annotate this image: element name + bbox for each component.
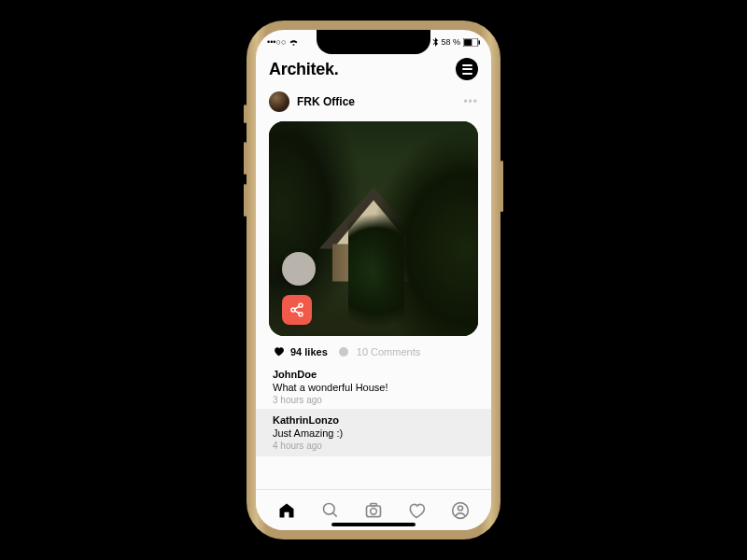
home-indicator[interactable] xyxy=(331,523,416,526)
svg-point-14 xyxy=(458,506,462,511)
likes-count[interactable]: 94 likes xyxy=(290,346,328,357)
menu-icon xyxy=(462,64,472,66)
comment-item[interactable]: KathrinLonzo Just Amazing :) 4 hours ago xyxy=(256,409,491,456)
tab-likes[interactable] xyxy=(407,501,426,520)
volume-up xyxy=(244,142,247,175)
svg-line-7 xyxy=(295,311,300,314)
camera-icon xyxy=(364,501,383,520)
comment-time: 4 hours ago xyxy=(273,441,474,451)
mute-switch xyxy=(244,105,247,123)
notch xyxy=(317,30,430,54)
svg-line-9 xyxy=(332,512,336,516)
wifi-icon xyxy=(289,38,299,46)
comment-text: What a wonderful House! xyxy=(273,382,474,393)
svg-rect-12 xyxy=(371,503,377,506)
profile-icon xyxy=(451,501,470,520)
comment-username: JohnDoe xyxy=(273,369,474,380)
tab-search[interactable] xyxy=(321,501,340,520)
post-username[interactable]: FRK Office xyxy=(297,95,355,108)
tab-bar xyxy=(256,489,491,530)
comment-item[interactable]: JohnDoe What a wonderful House! 3 hours … xyxy=(256,365,491,409)
tab-profile[interactable] xyxy=(451,501,470,520)
engagement-row: 94 likes 10 Comments xyxy=(256,343,491,365)
heart-outline-icon xyxy=(407,501,426,520)
app-header: Architek. xyxy=(256,54,491,88)
share-icon xyxy=(289,302,304,317)
share-button[interactable] xyxy=(282,295,312,325)
scrub-handle[interactable] xyxy=(282,252,316,286)
svg-point-11 xyxy=(371,508,377,514)
svg-line-6 xyxy=(295,306,300,309)
signal-strength-icon: •••○○ xyxy=(267,37,286,47)
comment-username: KathrinLonzo xyxy=(273,414,474,426)
post-more-button[interactable]: ••• xyxy=(463,95,478,108)
comment-text: Just Amazing :) xyxy=(273,427,474,439)
battery-percentage: 58 % xyxy=(441,37,460,47)
power-button xyxy=(500,161,503,212)
post-header: FRK Office ••• xyxy=(256,88,491,116)
heart-icon[interactable] xyxy=(273,345,285,357)
comments-count[interactable]: 10 Comments xyxy=(357,346,420,357)
phone-frame: •••○○ 58 % Architek. FRK Office xyxy=(247,21,500,539)
bluetooth-icon xyxy=(432,37,438,47)
svg-point-8 xyxy=(323,503,334,514)
svg-rect-2 xyxy=(479,40,481,45)
search-icon xyxy=(321,501,340,520)
svg-rect-1 xyxy=(464,39,472,46)
volume-down xyxy=(244,184,247,217)
app-title: Architek. xyxy=(269,60,338,79)
tab-home[interactable] xyxy=(277,501,296,520)
battery-icon xyxy=(463,38,480,47)
comment-time: 3 hours ago xyxy=(273,395,474,405)
post-image[interactable] xyxy=(269,121,478,336)
menu-button[interactable] xyxy=(456,58,478,80)
avatar[interactable] xyxy=(269,91,289,112)
home-icon xyxy=(277,501,296,520)
comment-icon[interactable] xyxy=(339,347,348,357)
tab-camera[interactable] xyxy=(364,501,383,520)
screen: •••○○ 58 % Architek. FRK Office xyxy=(256,30,491,530)
